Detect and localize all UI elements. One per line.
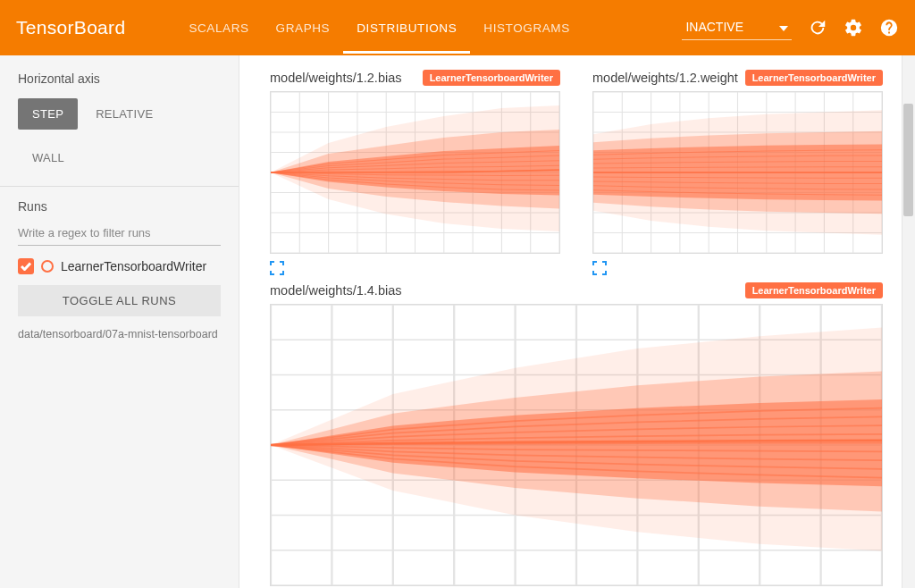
chevron-down-icon [779,20,788,34]
run-badge-2: LearnerTensorboardWriter [745,282,883,298]
chart-col-2: model/weights/1.4.bias LearnerTensorboar… [270,282,883,586]
run-badge-0: LearnerTensorboardWriter [423,70,560,86]
chart-title-2: model/weights/1.4.bias [270,283,402,298]
chart-canvas-1[interactable] [592,91,883,254]
chart-row-1: model/weights/1.2.bias LearnerTensorboar… [270,70,883,275]
run-name: LearnerTensorboardWriter [61,259,206,273]
runs-section-label: Runs [18,199,221,214]
chart-col-1: model/weights/1.2.weight LearnerTensorbo… [592,70,883,275]
app-header: TensorBoard SCALARS GRAPHS DISTRIBUTIONS… [0,0,915,55]
main-content: model/weights/1.2.bias LearnerTensorboar… [239,55,915,588]
tab-histograms[interactable]: HISTOGRAMS [470,2,583,54]
sidebar-divider [0,186,239,187]
chart-col-0: model/weights/1.2.bias LearnerTensorboar… [270,70,560,275]
refresh-icon[interactable] [808,18,827,38]
chart-title-0: model/weights/1.2.bias [270,71,402,85]
inactive-dropdown[interactable]: INACTIVE [682,16,792,40]
axis-option-relative[interactable]: RELATIVE [81,98,167,130]
header-right-group: INACTIVE [682,16,899,40]
sidebar: Horizontal axis STEP RELATIVE WALL Runs … [0,55,239,588]
run-badge-1: LearnerTensorboardWriter [745,70,883,86]
runs-filter-underline [18,245,221,246]
axis-option-row-2: WALL [18,142,221,173]
chart-title-1: model/weights/1.2.weight [592,71,738,85]
scrollbar-track[interactable] [902,55,915,588]
axis-option-step[interactable]: STEP [18,98,78,130]
chart-row-2: model/weights/1.4.bias LearnerTensorboar… [270,282,883,586]
axis-section-label: Horizontal axis [18,71,221,86]
help-icon[interactable] [879,18,899,38]
run-row[interactable]: LearnerTensorboardWriter [18,258,221,274]
brand-logo: TensorBoard [16,17,125,38]
expand-icon[interactable] [592,261,607,275]
toggle-all-runs-button[interactable]: TOGGLE ALL RUNS [18,285,221,316]
tab-graphs[interactable]: GRAPHS [263,2,344,54]
run-color-ring [41,260,54,273]
chart-canvas-0[interactable] [270,91,560,254]
inactive-dropdown-label: INACTIVE [685,20,743,34]
gear-icon[interactable] [844,18,863,38]
chart-canvas-2[interactable] [270,304,883,586]
tab-scalars[interactable]: SCALARS [175,2,262,54]
axis-option-row: STEP RELATIVE [18,98,221,130]
expand-icon[interactable] [270,261,284,275]
nav-tabs: SCALARS GRAPHS DISTRIBUTIONS HISTOGRAMS [175,2,583,54]
run-checkbox[interactable] [18,258,34,274]
scrollbar-thumb[interactable] [903,104,913,216]
data-path-label: data/tensorboard/07a-mnist-tensorboard [18,327,221,342]
runs-filter-input[interactable]: Write a regex to filter runs [18,226,221,239]
body: Horizontal axis STEP RELATIVE WALL Runs … [0,55,915,588]
tab-distributions[interactable]: DISTRIBUTIONS [343,2,470,54]
axis-option-wall[interactable]: WALL [18,142,79,173]
